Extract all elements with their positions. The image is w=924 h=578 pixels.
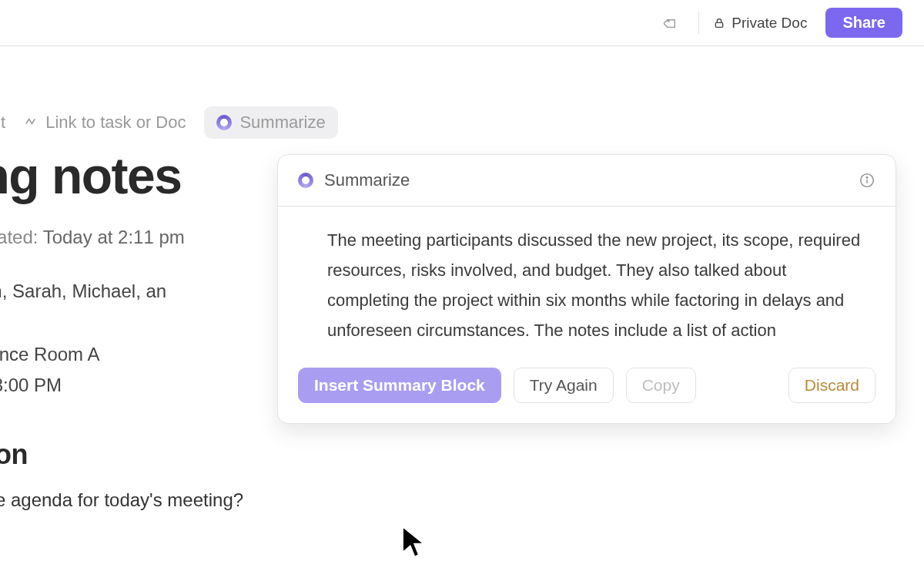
ai-icon <box>216 115 232 130</box>
info-icon[interactable] <box>859 172 875 189</box>
visibility-toggle[interactable]: Private Doc <box>713 15 807 32</box>
comment-tool[interactable]: mment <box>0 113 5 133</box>
inline-toolbar: mment Link to task or Doc Summarize <box>0 106 338 139</box>
share-button[interactable]: Share <box>825 8 902 38</box>
visibility-label: Private Doc <box>732 15 807 32</box>
section-heading: ersation <box>0 439 400 471</box>
comment-tool-label: mment <box>0 113 5 133</box>
try-again-button[interactable]: Try Again <box>514 368 614 403</box>
tag-icon[interactable] <box>657 9 685 37</box>
copy-button[interactable]: Copy <box>626 368 696 403</box>
link-tool-label: Link to task or Doc <box>45 113 186 133</box>
svg-rect-1 <box>716 22 723 27</box>
insert-summary-button[interactable]: Insert Summary Block <box>298 368 501 403</box>
last-updated-label: Last Updated: <box>0 227 38 247</box>
summarize-panel-body: The meeting participants discussed the n… <box>278 207 896 354</box>
participants-value: John, Sarah, Michael, an <box>0 281 166 301</box>
summarize-panel-actions: Insert Summary Block Try Again Copy Disc… <box>278 354 896 423</box>
link-tool[interactable]: Link to task or Doc <box>24 113 186 133</box>
summarize-panel: Summarize The meeting participants discu… <box>277 154 896 424</box>
last-updated-value: Today at 2:11 pm <box>43 227 185 247</box>
top-bar: Private Doc Share <box>0 0 924 46</box>
conversation-line: what's the agenda for today's meeting? <box>0 489 400 511</box>
divider <box>698 12 699 35</box>
lock-icon <box>713 17 725 29</box>
summarize-tool-label: Summarize <box>239 113 325 133</box>
link-arrow-icon <box>24 116 38 129</box>
discard-button[interactable]: Discard <box>788 368 875 403</box>
cursor-icon <box>400 524 427 560</box>
svg-point-0 <box>668 19 669 21</box>
ai-icon <box>298 173 313 188</box>
summarize-tool[interactable]: Summarize <box>204 106 337 139</box>
summarize-panel-header: Summarize <box>278 155 896 207</box>
summarize-panel-title: Summarize <box>324 170 410 190</box>
svg-point-4 <box>866 177 867 178</box>
